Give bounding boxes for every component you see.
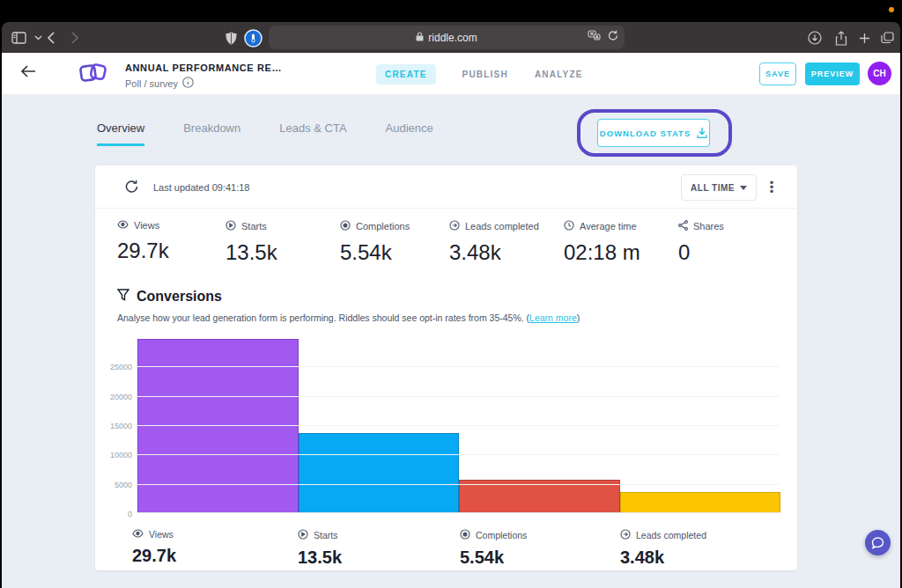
recording-indicator-dot xyxy=(889,7,894,12)
chat-widget-button[interactable] xyxy=(865,530,891,555)
bar-leads-completed[interactable] xyxy=(620,492,781,512)
chart-stat-views: Views29.7k xyxy=(132,529,176,566)
download-stats-label: DOWNLOAD STATS xyxy=(600,129,691,138)
desktop-menubar xyxy=(0,0,902,22)
chart-stat-starts: Starts13.5k xyxy=(298,529,342,568)
chart-stat-value: 13.5k xyxy=(298,548,342,568)
stat-completions: Completions5.54k xyxy=(340,220,410,265)
chart-stat-value: 5.54k xyxy=(460,548,527,568)
stat-views: Views29.7k xyxy=(117,220,169,263)
chart-stat-label: Leads completed xyxy=(636,530,706,540)
chart-gridline xyxy=(137,484,780,485)
leads-icon xyxy=(449,220,460,232)
target-icon xyxy=(460,529,470,541)
new-tab-icon[interactable] xyxy=(854,28,874,48)
y-axis-tick: 20000 xyxy=(97,393,132,401)
caret-down-icon xyxy=(740,186,747,190)
eye-icon xyxy=(117,220,129,231)
sidebar-toggle-icon[interactable] xyxy=(9,28,28,48)
privacy-shield-icon[interactable] xyxy=(221,28,240,48)
bar-starts[interactable] xyxy=(299,433,460,512)
tab-breakdown[interactable]: Breakdown xyxy=(183,121,240,146)
y-axis-tick: 15000 xyxy=(97,422,132,430)
refresh-icon[interactable] xyxy=(125,180,138,197)
y-axis-tick: 10000 xyxy=(97,451,132,459)
bar-completions[interactable] xyxy=(459,480,620,512)
eye-icon xyxy=(132,529,144,540)
stat-value: 3.48k xyxy=(449,240,539,265)
y-axis-tick: 0 xyxy=(97,510,132,518)
analytics-content: Overview Breakdown Leads & CTA Audience … xyxy=(2,95,900,588)
stat-label: Completions xyxy=(356,221,410,232)
url-text: riddle.com xyxy=(428,32,477,44)
stat-label: Views xyxy=(134,220,159,231)
stat-value: 29.7k xyxy=(117,239,169,263)
translate-icon[interactable] xyxy=(588,30,601,44)
nav-publish[interactable]: PUBLISH xyxy=(462,70,508,79)
stat-starts: Starts13.5k xyxy=(226,220,277,265)
chart-gridline xyxy=(137,454,780,455)
stat-label: Average time xyxy=(580,221,637,232)
leads-icon xyxy=(620,529,631,541)
chart-stat-label: Completions xyxy=(476,530,527,540)
stat-value: 0 xyxy=(678,240,724,265)
address-bar[interactable]: riddle.com xyxy=(269,26,625,49)
conversions-description: Analyse how your lead generation form is… xyxy=(117,312,580,323)
more-options-icon[interactable]: ••• xyxy=(767,180,776,194)
conversions-title: Conversions xyxy=(137,289,222,305)
chart-gridline xyxy=(137,366,780,367)
play-circle-icon xyxy=(226,220,236,232)
back-icon[interactable] xyxy=(41,28,60,48)
funnel-icon xyxy=(117,289,129,305)
nav-analyze[interactable]: ANALYZE xyxy=(535,70,583,79)
stat-value: 13.5k xyxy=(226,240,277,265)
share-icon xyxy=(678,220,688,232)
tab-overview-icon[interactable] xyxy=(877,28,897,48)
app-header: ANNUAL PERFORMANCE RE… Poll / survey CRE… xyxy=(2,53,900,95)
analytics-tabs: Overview Breakdown Leads & CTA Audience xyxy=(97,121,433,146)
share-icon[interactable] xyxy=(832,28,851,48)
chart-stat-label: Starts xyxy=(314,530,337,540)
y-axis-tick: 25000 xyxy=(97,363,132,371)
chart-stat-label: Views xyxy=(149,529,174,540)
chat-bubble-icon xyxy=(871,537,884,549)
stat-shares: Shares0 xyxy=(678,220,724,265)
downloads-icon[interactable] xyxy=(805,28,824,48)
chart-stat-completions: Completions5.54k xyxy=(460,529,527,568)
chart-plot-area xyxy=(137,337,780,513)
stat-label: Shares xyxy=(693,221,724,232)
stats-card: Last updated 09:41:18 ALL TIME ••• Views… xyxy=(95,165,797,570)
play-circle-icon xyxy=(298,529,308,541)
stat-label: Leads completed xyxy=(465,221,539,232)
tab-leads-cta[interactable]: Leads & CTA xyxy=(279,121,346,146)
tab-audience[interactable]: Audience xyxy=(386,121,433,146)
stat-average-time: Average time02:18 m xyxy=(564,220,640,265)
onepassword-extension-icon[interactable] xyxy=(243,28,262,48)
chart-stat-value: 3.48k xyxy=(620,548,706,568)
chart-stat-leads-completed: Leads completed3.48k xyxy=(620,529,706,568)
time-range-dropdown[interactable]: ALL TIME xyxy=(681,174,757,201)
forward-icon[interactable] xyxy=(65,28,85,48)
chart-stat-value: 29.7k xyxy=(132,546,176,566)
back-arrow-icon[interactable] xyxy=(21,65,36,81)
riddle-logo[interactable] xyxy=(76,61,111,91)
time-range-label: ALL TIME xyxy=(691,183,735,193)
info-icon[interactable] xyxy=(182,77,194,90)
chart-gridline xyxy=(137,396,780,397)
chart-gridline xyxy=(137,425,780,426)
learn-more-link[interactable]: Learn more xyxy=(529,312,577,323)
nav-create[interactable]: CREATE xyxy=(376,64,436,85)
y-axis-tick: 5000 xyxy=(97,481,132,489)
document-type: Poll / survey xyxy=(125,78,178,89)
download-stats-button[interactable]: DOWNLOAD STATS xyxy=(597,119,710,147)
workflow-nav: CREATE PUBLISH ANALYZE xyxy=(376,53,583,95)
tab-overview[interactable]: Overview xyxy=(97,121,144,146)
preview-button[interactable]: PREVIEW xyxy=(805,62,860,85)
stat-label: Starts xyxy=(241,221,267,232)
document-title: ANNUAL PERFORMANCE RE… xyxy=(125,62,282,73)
save-button[interactable]: SAVE xyxy=(759,62,796,85)
user-avatar[interactable]: CH xyxy=(868,62,891,85)
conversions-chart: 0500010000150002000025000 xyxy=(95,337,797,513)
clock-icon xyxy=(564,220,574,232)
reload-icon[interactable] xyxy=(608,30,618,44)
